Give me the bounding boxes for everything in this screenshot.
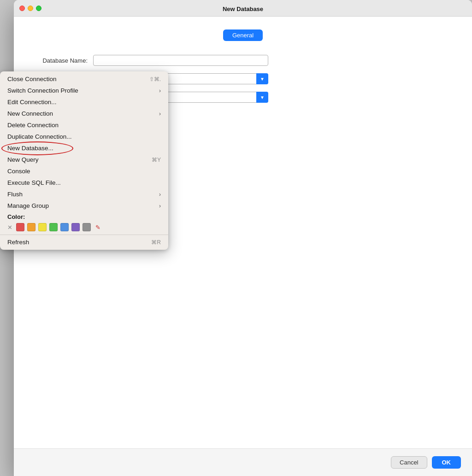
- menu-item-execute-sql[interactable]: Execute SQL File...: [0, 177, 168, 188]
- color-blue[interactable]: [60, 223, 69, 231]
- menu-item-close-connection-label: Close Connection: [7, 76, 57, 82]
- menu-item-delete-connection[interactable]: Delete Connection: [0, 119, 168, 131]
- menu-item-new-database-label: New Database...: [7, 145, 53, 152]
- menu-item-new-connection[interactable]: New Connection ›: [0, 108, 168, 119]
- menu-item-new-query-label: New Query: [7, 156, 39, 163]
- color-green[interactable]: [49, 223, 58, 231]
- menu-item-switch-profile-arrow: ›: [159, 88, 161, 94]
- menu-item-new-connection-label: New Connection: [7, 110, 53, 117]
- menu-item-duplicate-connection-label: Duplicate Connection...: [7, 133, 72, 140]
- color-purple[interactable]: [71, 223, 80, 231]
- color-orange[interactable]: [27, 223, 35, 231]
- color-edit-button[interactable]: ✎: [94, 223, 102, 231]
- ok-button[interactable]: OK: [432, 456, 461, 469]
- database-name-row: Database Name:: [32, 55, 454, 66]
- menu-item-refresh-label: Refresh: [7, 239, 29, 246]
- menu-item-manage-group-arrow: ›: [159, 203, 161, 209]
- color-section-label: Color:: [0, 212, 168, 221]
- menu-item-new-connection-arrow: ›: [159, 111, 161, 117]
- menu-item-refresh-shortcut: ⌘R: [151, 239, 161, 246]
- context-menu: Close Connection ⇧⌘. Switch Connection P…: [0, 71, 168, 250]
- menu-item-close-connection[interactable]: Close Connection ⇧⌘.: [0, 73, 168, 85]
- dialog-toolbar: General: [14, 26, 472, 50]
- title-bar: New Database: [14, 0, 472, 17]
- menu-item-manage-group[interactable]: Manage Group ›: [0, 200, 168, 212]
- menu-item-close-connection-shortcut: ⇧⌘.: [149, 76, 161, 82]
- maximize-button[interactable]: [36, 6, 41, 11]
- menu-item-execute-sql-label: Execute SQL File...: [7, 179, 61, 186]
- traffic-lights: [19, 6, 41, 11]
- database-name-label: Database Name:: [32, 57, 88, 64]
- menu-item-console-label: Console: [7, 168, 30, 175]
- menu-item-flush[interactable]: Flush ›: [0, 188, 168, 200]
- general-button[interactable]: General: [223, 29, 263, 41]
- color-red[interactable]: [16, 223, 24, 231]
- menu-item-duplicate-connection[interactable]: Duplicate Connection...: [0, 131, 168, 142]
- menu-item-new-query[interactable]: New Query ⌘Y: [0, 154, 168, 165]
- dialog-title: New Database: [223, 6, 263, 12]
- menu-item-switch-profile[interactable]: Switch Connection Profile ›: [0, 85, 168, 96]
- color-yellow[interactable]: [38, 223, 47, 231]
- menu-item-edit-connection-label: Edit Connection...: [7, 99, 57, 106]
- menu-item-new-query-shortcut: ⌘Y: [152, 157, 161, 163]
- close-button[interactable]: [19, 6, 25, 11]
- menu-item-refresh[interactable]: Refresh ⌘R: [0, 236, 168, 248]
- menu-item-switch-profile-label: Switch Connection Profile: [7, 87, 78, 94]
- menu-item-flush-label: Flush: [7, 191, 23, 198]
- color-gray[interactable]: [83, 223, 91, 231]
- cancel-button[interactable]: Cancel: [391, 456, 427, 469]
- menu-separator: [0, 235, 168, 235]
- minimize-button[interactable]: [28, 6, 33, 11]
- menu-item-edit-connection[interactable]: Edit Connection...: [0, 96, 168, 108]
- menu-item-delete-connection-label: Delete Connection: [7, 122, 59, 129]
- menu-item-new-database[interactable]: New Database...: [0, 142, 168, 154]
- color-row: ✕ ✎: [0, 221, 168, 233]
- dialog-footer: Cancel OK: [14, 448, 472, 476]
- database-name-input[interactable]: [93, 55, 268, 66]
- menu-item-flush-arrow: ›: [159, 191, 161, 198]
- menu-item-manage-group-label: Manage Group: [7, 202, 49, 209]
- color-x-button[interactable]: ✕: [7, 224, 12, 231]
- menu-item-console[interactable]: Console: [0, 165, 168, 177]
